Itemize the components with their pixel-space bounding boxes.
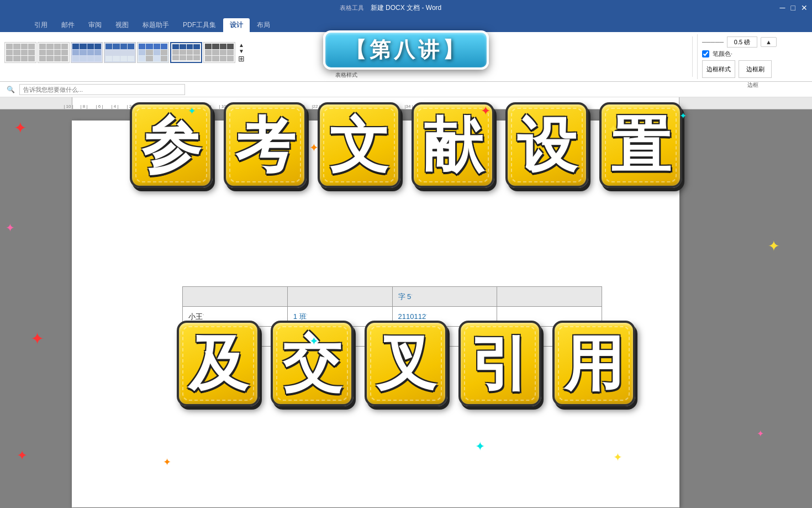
pen-color-row: 笔颜色·: [702, 50, 803, 58]
table-cell: [183, 287, 288, 307]
table-row: 小张· 2 班·: [183, 327, 602, 347]
tab-layout[interactable]: 布局: [250, 18, 277, 32]
divider-1: [692, 36, 693, 77]
table-style-6[interactable]: [170, 42, 202, 63]
ruler-mark: | 4 |: [169, 104, 184, 109]
table-style-7[interactable]: [203, 42, 235, 63]
ruler-mark: |24 |: [324, 104, 339, 109]
ruler-mark: | 4 |: [107, 104, 123, 109]
ruler-mark: |38 |: [432, 104, 447, 109]
border-buttons-row: 边框样式 边框刷: [702, 60, 803, 78]
ribbon-border-controls: ───── ▲ 笔颜色· 边框样式 边框刷 边框: [697, 34, 808, 79]
tab-reference[interactable]: 引用: [28, 18, 54, 32]
border-size-row: ───── ▲: [702, 36, 803, 48]
ruler-mark: | 6 |: [92, 104, 107, 109]
ruler-mark: | 2 |: [154, 104, 169, 109]
table-cell: [497, 287, 602, 307]
window-title: 新建 DOCX 文档 - Word: [371, 3, 441, 13]
document-table: 字 5· 小王· 1 班· 2110112· 小张· 2 班·: [182, 286, 602, 347]
ribbon: ▲▼⊞ 表格样式 ───── ▲ 笔颜色· 边框样式 边框刷 边框: [0, 32, 812, 82]
ruler-mark: | 10|: [215, 104, 231, 109]
ruler-mark: | 6 |: [184, 104, 200, 109]
document-page: 字 5· 小王· 1 班· 2110112· 小张· 2 班·: [72, 121, 679, 507]
ruler-mark: |32 |: [386, 104, 401, 109]
border-group-label: 边框: [747, 81, 758, 89]
table-style-2[interactable]: [38, 42, 70, 63]
border-painter-button[interactable]: 边框刷: [739, 60, 772, 78]
minimize-icon[interactable]: ─: [780, 3, 785, 12]
search-icon: 🔍: [7, 86, 15, 93]
ruler-mark: |34 |: [401, 104, 416, 109]
table-cell: [287, 287, 392, 307]
ruler-mark: |28 |: [355, 104, 370, 109]
border-size-input[interactable]: [727, 36, 757, 48]
tab-design[interactable]: 设计: [223, 18, 250, 32]
ruler-mark: |: [138, 104, 154, 109]
table-cell: [497, 327, 602, 347]
document-area: 字 5· 小王· 1 班· 2110112· 小张· 2 班·: [0, 109, 812, 508]
table-styles-label: 表格样式: [335, 71, 357, 79]
ruler-mark: | 8 |: [200, 104, 215, 109]
table-cell: 1 班·: [287, 307, 392, 327]
table-cell: 2 班·: [287, 327, 392, 347]
ruler-mark: |44 |: [478, 104, 494, 109]
ruler-mark: | 8 |: [76, 104, 92, 109]
ruler-mark: |40 |: [447, 104, 463, 109]
title-bar: 表格工具 新建 DOCX 文档 - Word ─ □ ✕: [0, 0, 812, 15]
close-icon[interactable]: ✕: [801, 3, 808, 12]
ruler-mark: |42 |: [463, 104, 478, 109]
tab-mail[interactable]: 邮件: [55, 18, 81, 32]
tab-view[interactable]: 视图: [109, 18, 135, 32]
pen-color-checkbox[interactable]: [702, 50, 709, 57]
table-style-4[interactable]: [104, 42, 136, 63]
table-style-5[interactable]: [137, 42, 169, 63]
table-cell: [392, 327, 497, 347]
table-styles-expand[interactable]: ▲▼⊞: [236, 42, 246, 63]
ribbon-tabs: 引用 邮件 审阅 视图 标题助手 PDF工具集 设计 布局: [0, 15, 812, 32]
table-row: 小王· 1 班· 2110112·: [183, 307, 602, 327]
border-label-row: 边框: [702, 81, 803, 89]
ruler-mark: |30 |: [370, 104, 386, 109]
border-size-up[interactable]: ▲: [761, 37, 777, 47]
tab-review[interactable]: 审阅: [82, 18, 108, 32]
ruler: | 10 | | 8 | | 6 | | 4 | | 2 | | | 2 | |…: [0, 97, 812, 109]
tool-context-label: 表格工具: [340, 4, 364, 12]
search-input[interactable]: [19, 84, 185, 95]
maximize-icon[interactable]: □: [791, 3, 795, 12]
table-styles-label-row: 表格样式: [4, 71, 688, 79]
border-style-button[interactable]: 边框样式: [702, 60, 735, 78]
table-cell: 字 5·: [392, 287, 497, 307]
ruler-mark: |20 |: [293, 104, 308, 109]
pen-color-label: 笔颜色·: [713, 50, 732, 58]
ruler-mark: | 2 |: [123, 104, 138, 109]
search-bar: 🔍: [0, 82, 812, 97]
ruler-mark: | 10 |: [61, 104, 76, 109]
table-style-1[interactable]: [4, 42, 36, 63]
ruler-mark: |14 |: [246, 104, 262, 109]
ruler-mark: |22 |: [308, 104, 324, 109]
table-cell: 小张·: [183, 327, 288, 347]
ruler-mark: |36 |: [416, 104, 432, 109]
table-style-3[interactable]: [71, 42, 103, 63]
table-styles-row: ▲▼⊞: [4, 34, 688, 70]
table-cell: 2110112·: [392, 307, 497, 327]
table-styles-section: ▲▼⊞ 表格样式: [4, 34, 688, 79]
ruler-mark: |26 |: [339, 104, 355, 109]
ruler-mark: |16 |: [262, 104, 277, 109]
table-row: 字 5·: [183, 287, 602, 307]
ruler-mark: |18 |: [277, 104, 293, 109]
tab-title-helper[interactable]: 标题助手: [136, 18, 176, 32]
tab-pdf-tools[interactable]: PDF工具集: [176, 18, 223, 32]
table-cell: 小王·: [183, 307, 288, 327]
ruler-mark: |12 |: [231, 104, 246, 109]
table-cell: [497, 307, 602, 327]
